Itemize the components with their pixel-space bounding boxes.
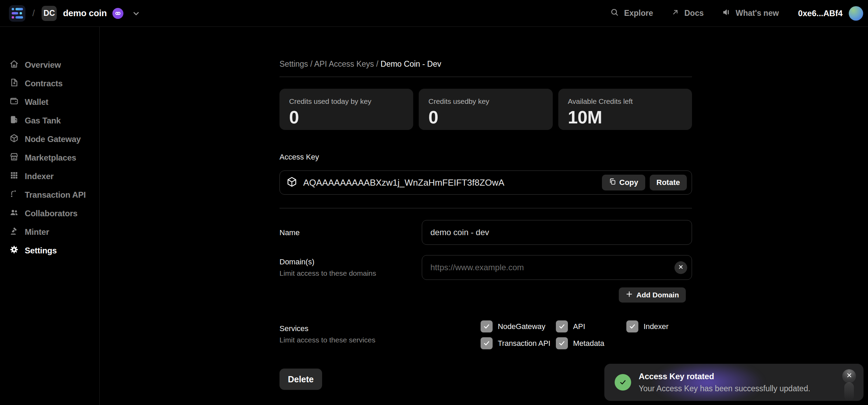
account-avatar[interactable] <box>849 6 863 21</box>
domains-label-col: Domain(s) Limit access to these domains <box>279 255 422 280</box>
toast-message: Your Access Key has been successfully up… <box>639 384 810 393</box>
plus-icon <box>626 291 633 299</box>
logo-dot <box>20 12 22 14</box>
breadcrumb-separator: / <box>32 8 35 19</box>
copy-button[interactable]: Copy <box>602 175 645 190</box>
breadcrumb: Settings / API Access Keys / Demo Coin -… <box>279 59 692 69</box>
domain-input[interactable] <box>422 255 692 280</box>
checkbox-checked-icon[interactable] <box>556 337 568 349</box>
logo-bar <box>15 16 23 19</box>
name-field-row: Name <box>279 220 692 245</box>
search-icon <box>610 8 619 19</box>
logo-bar <box>12 12 18 14</box>
service-indexer[interactable]: Indexer <box>626 320 692 332</box>
wallet-icon <box>9 96 19 108</box>
sidebar-item-transaction-api[interactable]: Transaction API <box>0 186 99 204</box>
contract-icon <box>9 78 19 89</box>
grid-icon <box>9 171 19 182</box>
service-transaction-api[interactable]: Transaction API <box>481 337 556 349</box>
sidebar-item-minter[interactable]: Minter <box>0 223 99 241</box>
nav-whats-new[interactable]: What's new <box>722 8 779 19</box>
services-checkbox-grid: NodeGateway API Indexer Transaction API … <box>481 320 692 349</box>
wallet-address[interactable]: 0xe6...ABf4 <box>798 9 843 18</box>
close-icon <box>678 264 684 272</box>
sidebar-item-contracts[interactable]: Contracts <box>0 74 99 93</box>
toast-close-button[interactable] <box>842 369 856 383</box>
logo-dot <box>12 16 14 19</box>
breadcrumb-current: Demo Coin - Dev <box>381 59 441 68</box>
gavel-icon <box>9 226 19 238</box>
stat-label: Credits usedby key <box>428 97 543 106</box>
project-initials-badge[interactable]: DC <box>42 6 57 21</box>
checkbox-checked-icon[interactable] <box>481 337 493 349</box>
app-logo-icon[interactable] <box>9 5 25 22</box>
name-input[interactable] <box>422 220 692 245</box>
sidebar-item-marketplaces[interactable]: Marketplaces <box>0 149 99 167</box>
domains-field-row: Domain(s) Limit access to these domains <box>279 255 692 280</box>
sidebar-item-indexer[interactable]: Indexer <box>0 167 99 186</box>
name-field-col <box>422 220 692 245</box>
domains-hint: Limit access to these domains <box>279 269 422 277</box>
stat-card-credits-left: Available Credits left 10M <box>558 89 692 130</box>
logo-bar <box>15 8 23 10</box>
stat-value: 0 <box>289 107 404 128</box>
checkbox-checked-icon[interactable] <box>556 320 568 332</box>
logo-dot <box>12 8 14 10</box>
services-label: Services <box>279 324 422 333</box>
copy-icon <box>609 178 616 187</box>
access-key-box: AQAAAAAAAAABXzw1j_WnZaHmFEIFT3f8ZOwA Cop… <box>279 171 692 195</box>
nav-docs[interactable]: Docs <box>671 8 704 19</box>
divider <box>279 208 692 208</box>
sidebar-item-overview[interactable]: Overview <box>0 56 99 74</box>
divider <box>279 77 692 77</box>
access-key-label: Access Key <box>279 153 692 162</box>
service-metadata[interactable]: Metadata <box>556 337 626 349</box>
megaphone-icon <box>722 8 731 19</box>
checkbox-checked-icon[interactable] <box>626 320 638 332</box>
stat-card-credits-used: Credits usedby key 0 <box>419 89 552 130</box>
name-label: Name <box>279 228 422 237</box>
services-row: Services Limit access to these services … <box>279 320 692 349</box>
breadcrumb-trail[interactable]: Settings / API Access Keys / <box>279 59 381 68</box>
close-icon <box>846 372 853 380</box>
nav-explore[interactable]: Explore <box>610 8 653 19</box>
add-domain-button[interactable]: Add Domain <box>619 287 686 303</box>
sidebar-item-collaborators[interactable]: Collaborators <box>0 204 99 223</box>
sidebar-item-wallet[interactable]: Wallet <box>0 93 99 111</box>
services-label-col: Services Limit access to these services <box>279 320 422 349</box>
sidebar-item-gas-tank[interactable]: Gas Tank <box>0 111 99 130</box>
access-key-value: AQAAAAAAAAABXzw1j_WnZaHmFEIFT3f8ZOwA <box>303 177 504 188</box>
sidebar-item-node-gateway[interactable]: Node Gateway <box>0 130 99 149</box>
service-nodegateway[interactable]: NodeGateway <box>481 320 556 332</box>
service-api[interactable]: API <box>556 320 626 332</box>
toast-content: Access Key rotated Your Access Key has b… <box>604 364 864 401</box>
rotate-button[interactable]: Rotate <box>650 175 687 190</box>
path-icon <box>9 189 19 201</box>
sidebar-item-settings[interactable]: Settings <box>0 241 99 260</box>
gas-pump-icon <box>9 115 19 127</box>
toast-title: Access Key rotated <box>639 372 810 381</box>
checkbox-checked-icon[interactable] <box>481 320 493 332</box>
success-check-icon <box>615 374 631 391</box>
storefront-icon <box>9 152 19 164</box>
stat-cards: Credits used today by key 0 Credits used… <box>279 89 692 130</box>
project-name: demo coin <box>63 8 107 19</box>
top-bar: / DC demo coin Explore Docs What's new 0… <box>0 0 868 27</box>
clear-domain-button[interactable] <box>674 261 687 274</box>
people-icon <box>9 208 19 219</box>
toast-notification: Access Key rotated Your Access Key has b… <box>604 364 864 401</box>
home-icon <box>9 59 19 71</box>
toast-texts: Access Key rotated Your Access Key has b… <box>639 372 810 393</box>
main-content: Settings / API Access Keys / Demo Coin -… <box>279 27 692 390</box>
domains-label: Domain(s) <box>279 257 422 266</box>
cube-icon <box>9 133 19 145</box>
stat-card-credits-today: Credits used today by key 0 <box>279 89 413 130</box>
polygon-network-icon <box>112 8 123 19</box>
stat-label: Available Credits left <box>568 97 682 106</box>
delete-button[interactable]: Delete <box>279 369 322 390</box>
arrow-up-right-icon <box>671 8 680 19</box>
project-switcher-chevron-down-icon[interactable] <box>131 8 141 19</box>
domains-field-col <box>422 255 692 280</box>
cube-icon <box>286 176 298 189</box>
services-field-col: NodeGateway API Indexer Transaction API … <box>422 320 692 349</box>
